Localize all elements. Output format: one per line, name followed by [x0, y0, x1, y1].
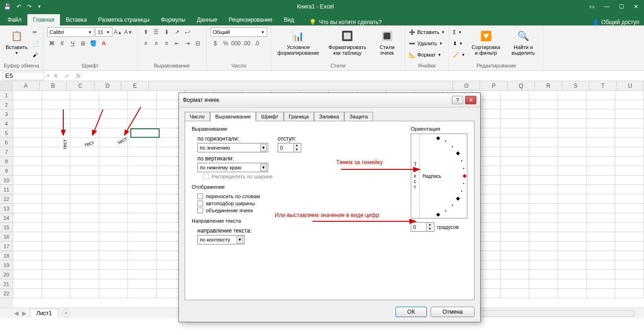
cell[interactable]	[587, 147, 616, 157]
cell[interactable]	[587, 289, 616, 298]
cell[interactable]	[128, 109, 157, 119]
cell[interactable]	[128, 176, 157, 185]
font-size-combo[interactable]: 11▼	[95, 27, 112, 37]
decrease-decimal-icon[interactable]: .0	[252, 39, 262, 48]
cell[interactable]	[558, 213, 587, 223]
cell[interactable]	[70, 204, 99, 213]
cell[interactable]	[558, 109, 587, 119]
cell[interactable]	[70, 109, 99, 119]
cell[interactable]	[42, 213, 71, 223]
underline-button[interactable]: Ч	[68, 39, 77, 48]
row-header[interactable]: 6	[0, 138, 13, 147]
cell[interactable]	[99, 242, 128, 251]
cell[interactable]	[128, 251, 157, 260]
cell[interactable]	[558, 157, 587, 166]
clear-button[interactable]: 🧹▼	[453, 50, 465, 59]
align-middle-icon[interactable]: ☰	[152, 27, 161, 37]
orientation-canvas[interactable]: Текст Надпись	[411, 134, 467, 218]
cut-button[interactable]: ✂	[33, 27, 39, 37]
merge-checkbox[interactable]	[197, 208, 203, 213]
format-painter-button[interactable]: 🖌	[33, 50, 39, 59]
cell[interactable]	[128, 289, 157, 298]
cell[interactable]	[500, 91, 529, 100]
cell[interactable]	[500, 270, 529, 279]
ribbon-options-icon[interactable]: ▭	[589, 3, 594, 10]
cell[interactable]	[500, 232, 529, 242]
cell[interactable]	[70, 279, 99, 289]
row-header[interactable]: 19	[0, 260, 13, 270]
number-format-combo[interactable]: Общий▼	[211, 27, 267, 37]
cell[interactable]	[42, 279, 71, 289]
cell[interactable]	[128, 194, 157, 204]
cell[interactable]	[13, 119, 42, 128]
enter-formula-icon[interactable]: ✓	[61, 73, 73, 79]
cell[interactable]	[500, 100, 529, 109]
tab-file[interactable]: Файл	[2, 14, 27, 25]
cell[interactable]	[587, 109, 616, 119]
cell[interactable]	[13, 138, 42, 147]
cell[interactable]	[500, 109, 529, 119]
cell[interactable]	[558, 166, 587, 176]
tell-me[interactable]: 💡 Что вы хотите сделать?	[309, 19, 382, 25]
cell[interactable]	[13, 166, 42, 176]
autosum-button[interactable]: Σ▼	[453, 27, 465, 37]
cell[interactable]	[128, 223, 157, 232]
increase-font-icon[interactable]: A▲	[113, 27, 123, 37]
cell[interactable]	[13, 213, 42, 223]
cell[interactable]	[558, 194, 587, 204]
cell[interactable]	[13, 279, 42, 289]
cell-styles-button[interactable]: 🔳Стили ячеек	[373, 27, 401, 57]
cell[interactable]	[500, 128, 529, 138]
cell[interactable]	[558, 204, 587, 213]
row-header[interactable]: 2	[0, 100, 13, 109]
dialog-tab-border[interactable]: Граница	[284, 112, 314, 121]
cell[interactable]	[529, 185, 558, 194]
row-header[interactable]: 11	[0, 185, 13, 194]
cell[interactable]	[42, 270, 71, 279]
dialog-tab-alignment[interactable]: Выравнивание	[210, 112, 256, 121]
cell[interactable]	[13, 289, 42, 298]
col-header[interactable]: E	[121, 81, 149, 90]
cell[interactable]	[13, 176, 42, 185]
cell[interactable]	[13, 232, 42, 242]
cell[interactable]	[13, 185, 42, 194]
cell[interactable]	[500, 138, 529, 147]
cell[interactable]	[500, 119, 529, 128]
vertical-combo[interactable]: по нижнему краю▼	[197, 163, 268, 172]
cell[interactable]	[615, 176, 644, 185]
cell[interactable]	[500, 223, 529, 232]
row-header[interactable]: 4	[0, 119, 13, 128]
cell[interactable]	[42, 91, 71, 100]
col-header[interactable]: P	[480, 81, 508, 90]
cell[interactable]	[615, 232, 644, 242]
currency-icon[interactable]: $	[211, 39, 220, 48]
cell[interactable]	[558, 128, 587, 138]
cell[interactable]	[615, 109, 644, 119]
cell[interactable]	[70, 91, 99, 100]
cell[interactable]	[615, 223, 644, 232]
row-header[interactable]: 8	[0, 157, 13, 166]
cell[interactable]	[587, 260, 616, 270]
col-header[interactable]: D	[94, 81, 122, 90]
cell[interactable]	[99, 204, 128, 213]
save-icon[interactable]: 💾	[4, 3, 11, 10]
cell[interactable]	[558, 260, 587, 270]
row-header[interactable]: 18	[0, 251, 13, 260]
cell[interactable]	[70, 213, 99, 223]
sheet-tab[interactable]: Лист1	[30, 309, 58, 318]
cell[interactable]	[558, 242, 587, 251]
wrap-text-icon[interactable]: ⮐	[183, 27, 192, 37]
cell[interactable]	[558, 223, 587, 232]
cell[interactable]	[500, 204, 529, 213]
cell[interactable]	[128, 100, 157, 109]
col-header[interactable]: C	[67, 81, 94, 90]
cell[interactable]	[558, 147, 587, 157]
tab-layout[interactable]: Разметка страницы	[93, 14, 155, 25]
cell[interactable]	[529, 157, 558, 166]
cell[interactable]	[615, 100, 644, 109]
insert-cells-button[interactable]: ➕Вставить▼	[409, 27, 445, 37]
cell[interactable]	[500, 242, 529, 251]
align-right-icon[interactable]: ≡	[162, 39, 171, 48]
cell[interactable]	[587, 119, 616, 128]
cell[interactable]	[529, 242, 558, 251]
